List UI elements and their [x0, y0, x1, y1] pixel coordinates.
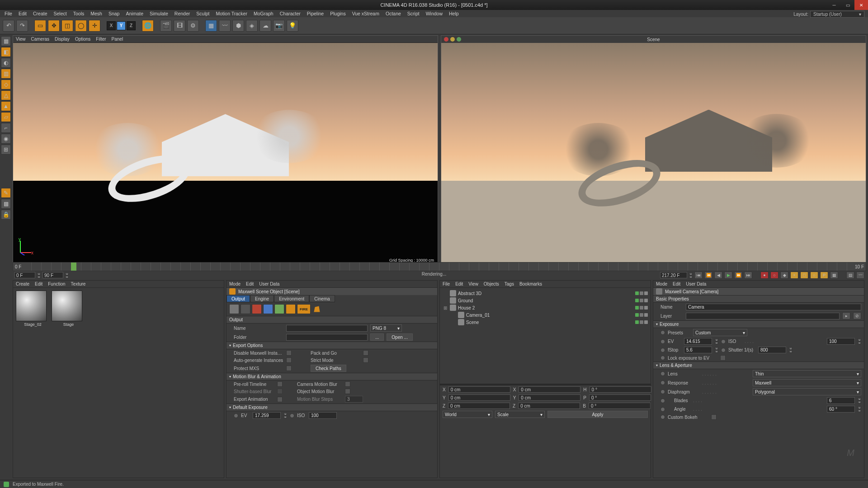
tag-icon[interactable] — [644, 320, 648, 324]
tag-icon[interactable] — [644, 291, 648, 295]
protect-chk[interactable] — [286, 366, 292, 371]
def-iso-input[interactable] — [309, 412, 337, 419]
vis-render-dot[interactable] — [640, 313, 643, 317]
move-tool[interactable]: ✥ — [48, 20, 60, 32]
blades-input[interactable] — [827, 397, 855, 404]
camera-layer-input[interactable] — [686, 313, 840, 319]
menu-render[interactable]: Render — [172, 10, 193, 17]
tag-icon[interactable] — [644, 306, 648, 310]
ev-input[interactable] — [684, 338, 712, 345]
menu-tools[interactable]: Tools — [71, 10, 87, 17]
preset-icon[interactable] — [263, 304, 273, 314]
prim-generator[interactable]: ⬢ — [232, 20, 244, 32]
cammb-chk[interactable] — [345, 381, 350, 387]
vis-render-dot[interactable] — [640, 306, 643, 310]
vis-render-dot[interactable] — [640, 291, 643, 295]
world-dropdown[interactable]: World▾ — [443, 411, 492, 418]
frame-start-input[interactable] — [14, 272, 35, 278]
tab-engine[interactable]: Engine — [250, 295, 274, 302]
texture-mode[interactable]: ◐ — [1, 58, 11, 68]
layout-dropdown[interactable]: Startup (User)▾ — [810, 11, 864, 18]
menu-animate[interactable]: Animate — [123, 10, 146, 17]
key-param-button[interactable]: P — [820, 272, 828, 279]
timeline-playhead[interactable] — [71, 263, 76, 271]
coord-input[interactable] — [448, 403, 510, 409]
menu-snap[interactable]: Snap — [106, 10, 123, 17]
menu-plugins[interactable]: Plugins — [327, 10, 348, 17]
axis-y[interactable]: Y — [117, 21, 126, 30]
key-pla-button[interactable]: ▦ — [830, 272, 838, 279]
vp-menu-cameras[interactable]: Cameras — [31, 37, 50, 42]
browse-button[interactable]: ... — [370, 333, 384, 341]
tree-item[interactable]: Ground — [442, 297, 649, 304]
goto-end-button[interactable]: ⏭ — [744, 272, 752, 279]
vis-editor-dot[interactable] — [635, 291, 639, 295]
attrr-menu-user-data[interactable]: User Data — [686, 282, 706, 286]
attrr-menu-mode[interactable]: Mode — [656, 282, 667, 286]
workplane-mode[interactable]: ▥ — [1, 69, 11, 79]
menu-motion-tracker[interactable]: Motion Tracker — [213, 10, 250, 17]
prim-cube[interactable]: ▦ — [205, 20, 217, 32]
goto-start-button[interactable]: ⏮ — [694, 272, 703, 279]
tree-item[interactable]: Scene — [442, 319, 649, 326]
scale-dropdown[interactable]: Scale▾ — [495, 411, 545, 418]
fire-button[interactable]: FIRE — [297, 304, 311, 314]
camera-name-input[interactable] — [686, 304, 861, 310]
preset-icon[interactable] — [274, 304, 284, 314]
vp-menu-panel[interactable]: Panel — [112, 37, 123, 42]
menu-script[interactable]: Script — [405, 10, 422, 17]
grid-snap[interactable]: ▩ — [1, 199, 11, 209]
menu-help[interactable]: Help — [446, 10, 462, 17]
spin-down[interactable]: ▾ — [37, 276, 41, 278]
key-pos-button[interactable]: + — [790, 272, 798, 279]
render-view-button[interactable]: 🎬 — [160, 20, 172, 32]
prim-light[interactable]: 💡 — [287, 20, 298, 32]
attrl-menu-mode[interactable]: Mode — [229, 282, 241, 286]
vis-editor-dot[interactable] — [635, 320, 639, 324]
menu-edit[interactable]: Edit — [16, 10, 29, 17]
spin-up[interactable]: ▴ — [37, 272, 41, 275]
layer-clear-icon[interactable]: ⊘ — [853, 312, 861, 319]
traffic-yellow-icon[interactable] — [450, 37, 455, 42]
menu-select[interactable]: Select — [51, 10, 70, 17]
timeline-ruler[interactable]: 0 F 10 F — [13, 262, 866, 271]
coord-input[interactable] — [589, 403, 651, 409]
preset-icon[interactable] — [286, 304, 296, 314]
point-mode[interactable]: ◇ — [1, 80, 11, 89]
dope-button[interactable]: ▤ — [846, 272, 854, 279]
place-tool[interactable]: ✛ — [89, 20, 100, 32]
preroll-chk[interactable] — [277, 381, 283, 387]
preset-icon[interactable] — [229, 304, 239, 314]
tab-environment[interactable]: Environment — [274, 295, 309, 302]
apply-button[interactable]: Apply — [547, 411, 648, 418]
key-rot-button[interactable]: ○ — [810, 272, 818, 279]
obj-menu-bookmarks[interactable]: Bookmarks — [519, 282, 542, 286]
obj-menu-objects[interactable]: Objects — [484, 282, 499, 286]
traffic-green-icon[interactable] — [457, 37, 461, 42]
vis-editor-dot[interactable] — [635, 306, 639, 310]
close-button[interactable]: ✕ — [854, 0, 868, 10]
select-tool[interactable]: ▭ — [34, 20, 46, 32]
iso-input[interactable] — [827, 338, 855, 345]
record-button[interactable]: ● — [760, 272, 769, 279]
prim-spline[interactable]: 〰 — [219, 20, 231, 32]
vp-menu-display[interactable]: Display — [55, 37, 70, 42]
tree-item[interactable]: ⊞House 2 — [442, 304, 649, 311]
objmb-chk[interactable] — [345, 389, 350, 394]
vp-menu-view[interactable]: View — [16, 37, 26, 42]
vis-editor-dot[interactable] — [635, 313, 639, 317]
menu-window[interactable]: Window — [423, 10, 445, 17]
frame-end-input[interactable] — [42, 272, 63, 278]
step-back-button[interactable]: ⏪ — [704, 272, 712, 279]
preset-dropdown[interactable]: Custom▾ — [693, 329, 747, 336]
polygon-mode[interactable]: ▲ — [1, 101, 11, 111]
obj-menu-edit[interactable]: Edit — [455, 282, 463, 286]
section-lens[interactable]: Lens & Aperture — [660, 363, 692, 368]
play-button[interactable]: ▶ — [724, 272, 732, 279]
menu-mograph[interactable]: MoGraph — [251, 10, 276, 17]
preset-icon[interactable] — [252, 304, 262, 314]
menu-file[interactable]: File — [2, 10, 15, 17]
menu-simulate[interactable]: Simulate — [147, 10, 171, 17]
vp-menu-filter[interactable]: Filter — [96, 37, 106, 42]
model-mode[interactable]: ▦ — [1, 36, 11, 46]
